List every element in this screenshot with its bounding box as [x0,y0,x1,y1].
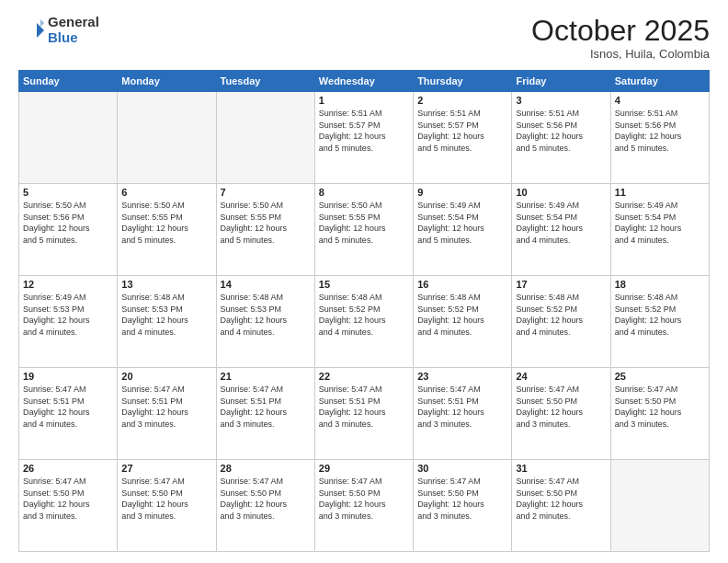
calendar-cell: 21Sunrise: 5:47 AMSunset: 5:51 PMDayligh… [216,368,314,460]
calendar-week-row: 1Sunrise: 5:51 AMSunset: 5:57 PMDaylight… [19,92,710,184]
day-info: Sunrise: 5:48 AMSunset: 5:52 PMDaylight:… [417,292,507,338]
day-number: 28 [221,463,311,474]
calendar-cell: 6Sunrise: 5:50 AMSunset: 5:55 PMDaylight… [118,184,216,276]
day-number: 31 [516,463,606,474]
calendar-cell: 2Sunrise: 5:51 AMSunset: 5:57 PMDaylight… [414,92,512,184]
day-info: Sunrise: 5:47 AMSunset: 5:50 PMDaylight:… [121,476,211,522]
day-number: 21 [221,371,311,382]
logo-general-text: General [48,15,99,30]
day-number: 24 [516,371,606,382]
calendar-cell: 30Sunrise: 5:47 AMSunset: 5:50 PMDayligh… [414,460,512,552]
day-info: Sunrise: 5:50 AMSunset: 5:55 PMDaylight:… [319,200,409,246]
day-number: 11 [615,187,705,198]
day-info: Sunrise: 5:48 AMSunset: 5:52 PMDaylight:… [615,292,705,338]
day-number: 12 [23,279,113,290]
day-number: 15 [319,279,409,290]
day-info: Sunrise: 5:47 AMSunset: 5:50 PMDaylight:… [516,384,606,430]
calendar-cell: 12Sunrise: 5:49 AMSunset: 5:53 PMDayligh… [19,276,118,368]
day-info: Sunrise: 5:47 AMSunset: 5:50 PMDaylight:… [516,476,606,522]
logo-text: General Blue [48,15,99,45]
day-info: Sunrise: 5:51 AMSunset: 5:57 PMDaylight:… [319,108,409,154]
day-number: 27 [121,463,211,474]
day-number: 14 [221,279,311,290]
day-number: 19 [23,371,113,382]
day-info: Sunrise: 5:47 AMSunset: 5:50 PMDaylight:… [615,384,705,430]
weekday-header: Thursday [414,71,512,92]
day-number: 25 [615,371,705,382]
day-number: 13 [121,279,211,290]
calendar-cell [216,92,314,184]
day-info: Sunrise: 5:48 AMSunset: 5:53 PMDaylight:… [221,292,311,338]
day-info: Sunrise: 5:48 AMSunset: 5:53 PMDaylight:… [121,292,211,338]
day-info: Sunrise: 5:47 AMSunset: 5:50 PMDaylight:… [221,476,311,522]
calendar-cell: 11Sunrise: 5:49 AMSunset: 5:54 PMDayligh… [610,184,709,276]
day-info: Sunrise: 5:49 AMSunset: 5:54 PMDaylight:… [516,200,606,246]
calendar-cell: 1Sunrise: 5:51 AMSunset: 5:57 PMDaylight… [314,92,413,184]
weekday-header: Tuesday [216,71,314,92]
day-info: Sunrise: 5:48 AMSunset: 5:52 PMDaylight:… [516,292,606,338]
day-number: 4 [615,95,705,106]
day-number: 3 [516,95,606,106]
calendar-table: SundayMondayTuesdayWednesdayThursdayFrid… [18,70,710,552]
day-number: 5 [23,187,113,198]
calendar-week-row: 26Sunrise: 5:47 AMSunset: 5:50 PMDayligh… [19,460,710,552]
calendar-week-row: 12Sunrise: 5:49 AMSunset: 5:53 PMDayligh… [19,276,710,368]
day-info: Sunrise: 5:50 AMSunset: 5:56 PMDaylight:… [23,200,113,246]
day-info: Sunrise: 5:51 AMSunset: 5:56 PMDaylight:… [615,108,705,154]
day-info: Sunrise: 5:51 AMSunset: 5:56 PMDaylight:… [516,108,606,154]
day-number: 26 [23,463,113,474]
day-number: 20 [121,371,211,382]
calendar-cell: 28Sunrise: 5:47 AMSunset: 5:50 PMDayligh… [216,460,314,552]
calendar-cell: 17Sunrise: 5:48 AMSunset: 5:52 PMDayligh… [512,276,610,368]
day-info: Sunrise: 5:51 AMSunset: 5:57 PMDaylight:… [417,108,507,154]
day-info: Sunrise: 5:48 AMSunset: 5:52 PMDaylight:… [319,292,409,338]
day-number: 17 [516,279,606,290]
calendar-cell: 25Sunrise: 5:47 AMSunset: 5:50 PMDayligh… [610,368,709,460]
calendar-cell: 15Sunrise: 5:48 AMSunset: 5:52 PMDayligh… [314,276,413,368]
weekday-header: Saturday [610,71,709,92]
day-number: 29 [319,463,409,474]
calendar-cell: 20Sunrise: 5:47 AMSunset: 5:51 PMDayligh… [118,368,216,460]
calendar-cell: 22Sunrise: 5:47 AMSunset: 5:51 PMDayligh… [314,368,413,460]
day-info: Sunrise: 5:50 AMSunset: 5:55 PMDaylight:… [121,200,211,246]
calendar-cell: 18Sunrise: 5:48 AMSunset: 5:52 PMDayligh… [610,276,709,368]
day-info: Sunrise: 5:47 AMSunset: 5:51 PMDaylight:… [319,384,409,430]
day-info: Sunrise: 5:47 AMSunset: 5:50 PMDaylight:… [417,476,507,522]
day-number: 23 [417,371,507,382]
title-block: October 2025 Isnos, Huila, Colombia [531,15,710,61]
logo: General Blue [18,15,99,45]
day-number: 22 [319,371,409,382]
calendar-cell: 14Sunrise: 5:48 AMSunset: 5:53 PMDayligh… [216,276,314,368]
calendar-cell: 4Sunrise: 5:51 AMSunset: 5:56 PMDaylight… [610,92,709,184]
calendar-cell: 26Sunrise: 5:47 AMSunset: 5:50 PMDayligh… [19,460,118,552]
day-info: Sunrise: 5:50 AMSunset: 5:55 PMDaylight:… [221,200,311,246]
day-info: Sunrise: 5:47 AMSunset: 5:51 PMDaylight:… [121,384,211,430]
calendar-cell [19,92,118,184]
day-number: 8 [319,187,409,198]
day-number: 16 [417,279,507,290]
calendar-week-row: 19Sunrise: 5:47 AMSunset: 5:51 PMDayligh… [19,368,710,460]
day-number: 7 [221,187,311,198]
day-info: Sunrise: 5:49 AMSunset: 5:54 PMDaylight:… [417,200,507,246]
calendar-cell: 24Sunrise: 5:47 AMSunset: 5:50 PMDayligh… [512,368,610,460]
weekday-header: Monday [118,71,216,92]
day-number: 6 [121,187,211,198]
calendar-cell [610,460,709,552]
calendar-cell: 19Sunrise: 5:47 AMSunset: 5:51 PMDayligh… [19,368,118,460]
calendar-cell: 10Sunrise: 5:49 AMSunset: 5:54 PMDayligh… [512,184,610,276]
day-number: 10 [516,187,606,198]
calendar-cell: 3Sunrise: 5:51 AMSunset: 5:56 PMDaylight… [512,92,610,184]
month-title: October 2025 [531,15,710,47]
header: General Blue October 2025 Isnos, Huila, … [18,15,710,61]
page: General Blue October 2025 Isnos, Huila, … [0,0,728,563]
day-number: 2 [417,95,507,106]
day-info: Sunrise: 5:49 AMSunset: 5:53 PMDaylight:… [23,292,113,338]
location: Isnos, Huila, Colombia [531,47,710,61]
logo-icon [18,17,44,43]
calendar-cell: 16Sunrise: 5:48 AMSunset: 5:52 PMDayligh… [414,276,512,368]
calendar-cell: 7Sunrise: 5:50 AMSunset: 5:55 PMDaylight… [216,184,314,276]
day-info: Sunrise: 5:47 AMSunset: 5:51 PMDaylight:… [23,384,113,430]
day-number: 9 [417,187,507,198]
calendar-cell: 23Sunrise: 5:47 AMSunset: 5:51 PMDayligh… [414,368,512,460]
calendar-cell: 29Sunrise: 5:47 AMSunset: 5:50 PMDayligh… [314,460,413,552]
